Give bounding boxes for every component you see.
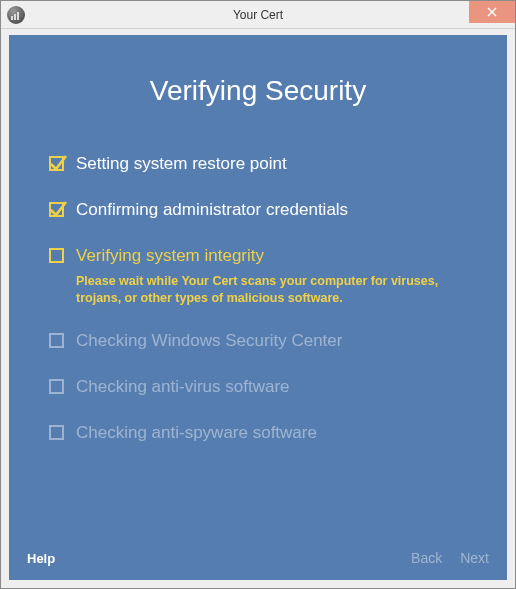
checkbox-icon xyxy=(49,156,64,171)
step-label: Checking Windows Security Center xyxy=(76,329,467,353)
app-icon xyxy=(7,6,25,24)
step-label: Setting system restore point xyxy=(76,152,467,176)
step-restore-point: Setting system restore point xyxy=(49,152,467,176)
close-icon xyxy=(487,7,497,17)
step-label: Checking anti-virus software xyxy=(76,375,467,399)
window-frame: Your Cert Verifying Security Setting sys… xyxy=(0,0,516,589)
step-label: Checking anti-spyware software xyxy=(76,421,467,445)
svg-rect-1 xyxy=(14,14,16,20)
svg-rect-0 xyxy=(11,16,13,20)
close-button[interactable] xyxy=(469,1,515,23)
step-antispyware: Checking anti-spyware software xyxy=(49,421,467,445)
titlebar[interactable]: Your Cert xyxy=(1,1,515,29)
step-label: Verifying system integrity xyxy=(76,244,467,268)
checkbox-icon xyxy=(49,379,64,394)
wizard-content: Verifying Security Setting system restor… xyxy=(9,35,507,580)
step-admin-credentials: Confirming administrator credentials xyxy=(49,198,467,222)
step-description: Please wait while Your Cert scans your c… xyxy=(76,273,467,307)
checkbox-icon xyxy=(49,425,64,440)
checkmark-icon xyxy=(48,199,68,219)
svg-rect-2 xyxy=(17,12,19,20)
step-security-center: Checking Windows Security Center xyxy=(49,329,467,353)
step-antivirus: Checking anti-virus software xyxy=(49,375,467,399)
page-title: Verifying Security xyxy=(9,75,507,107)
wizard-footer: Help Back Next xyxy=(9,536,507,580)
back-button[interactable]: Back xyxy=(411,550,442,566)
checkbox-icon xyxy=(49,202,64,217)
help-link[interactable]: Help xyxy=(27,551,55,566)
next-button[interactable]: Next xyxy=(460,550,489,566)
checkbox-icon xyxy=(49,248,64,263)
steps-list: Setting system restore point Confirming … xyxy=(9,152,507,445)
step-system-integrity: Verifying system integrity Please wait w… xyxy=(49,244,467,308)
step-label: Confirming administrator credentials xyxy=(76,198,467,222)
checkbox-icon xyxy=(49,333,64,348)
checkmark-icon xyxy=(48,153,68,173)
window-title: Your Cert xyxy=(233,8,283,22)
